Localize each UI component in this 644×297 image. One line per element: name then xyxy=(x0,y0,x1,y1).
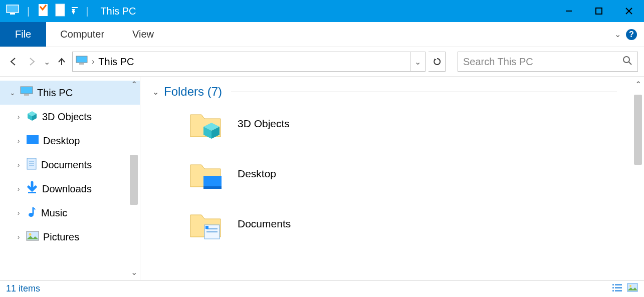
svg-rect-38 xyxy=(615,287,622,288)
folder-label: Documents xyxy=(238,218,291,230)
window-controls xyxy=(554,0,644,22)
tree-item-downloads[interactable]: › Downloads xyxy=(0,177,140,201)
recent-dropdown-icon[interactable]: ⌄ xyxy=(42,54,51,69)
scroll-up-icon[interactable]: ⌃ xyxy=(635,80,641,89)
svg-point-25 xyxy=(29,233,32,235)
pc-icon xyxy=(20,86,33,100)
svg-rect-39 xyxy=(612,290,614,291)
tree-item-label: Documents xyxy=(41,159,92,171)
scroll-down-icon[interactable]: ⌄ xyxy=(131,267,137,277)
titlebar: | ▾▾ | This PC xyxy=(0,0,644,22)
crumb-separator-icon[interactable]: › xyxy=(92,57,94,66)
svg-rect-22 xyxy=(28,192,36,193)
chevron-down-icon[interactable]: ⌄ xyxy=(152,87,159,97)
tree-item-label: Desktop xyxy=(43,135,80,147)
svg-point-10 xyxy=(623,57,629,63)
nav-row: ⌄ › This PC ⌄ xyxy=(0,47,644,76)
group-header-folders[interactable]: ⌄ Folders (7) xyxy=(152,85,632,99)
tree-item-3d-objects[interactable]: › 3D Objects xyxy=(0,105,140,129)
svg-rect-12 xyxy=(21,87,33,94)
svg-rect-8 xyxy=(76,56,87,63)
chevron-right-icon[interactable]: › xyxy=(15,113,22,121)
music-icon xyxy=(26,205,37,221)
svg-rect-3 xyxy=(56,4,65,16)
tree-item-label: Music xyxy=(41,207,67,219)
nav-tree: ⌄ This PC › 3D Objects › Desktop › Docum… xyxy=(0,77,140,280)
window-title: This PC xyxy=(96,6,136,17)
qat-dropdown-icon[interactable]: ▾▾ xyxy=(72,6,78,16)
folder-item-3d-objects[interactable]: 3D Objects xyxy=(152,99,632,149)
group-label: Folders (7) xyxy=(164,85,222,99)
folder-documents-icon xyxy=(187,206,224,242)
ribbon-collapse-icon[interactable]: ⌄ xyxy=(614,30,621,39)
pictures-icon xyxy=(26,231,39,243)
separator: | xyxy=(25,6,32,17)
svg-rect-1 xyxy=(10,13,15,15)
refresh-button[interactable] xyxy=(428,52,446,72)
scroll-thumb[interactable] xyxy=(634,95,642,165)
folder-desktop-icon xyxy=(187,156,224,192)
folder-item-desktop[interactable]: Desktop xyxy=(152,149,632,199)
desktop-icon xyxy=(26,135,39,147)
tree-scrollbar[interactable]: ⌃ ⌄ xyxy=(129,80,139,277)
svg-point-23 xyxy=(29,213,34,217)
tree-item-music[interactable]: › Music xyxy=(0,201,140,225)
tree-root-label: This PC xyxy=(37,87,73,99)
svg-rect-36 xyxy=(615,284,622,285)
svg-rect-37 xyxy=(612,287,614,288)
folder-item-documents[interactable]: Documents xyxy=(152,199,632,249)
maximize-button[interactable] xyxy=(584,0,614,22)
scroll-up-icon[interactable]: ⌃ xyxy=(131,80,137,89)
status-bar: 11 items xyxy=(0,280,644,297)
svg-rect-35 xyxy=(612,284,614,285)
chevron-right-icon[interactable]: › xyxy=(15,209,22,217)
forward-button[interactable] xyxy=(24,54,39,69)
svg-line-11 xyxy=(629,62,631,65)
tree-root-this-pc[interactable]: ⌄ This PC xyxy=(0,81,140,105)
file-tab[interactable]: File xyxy=(0,22,46,47)
ribbon: File Computer View ⌄ ? xyxy=(0,22,644,47)
chevron-right-icon[interactable]: › xyxy=(15,185,22,193)
chevron-right-icon[interactable]: › xyxy=(15,137,22,145)
content-pane: ⌄ Folders (7) 3D Objects Desktop Documen… xyxy=(140,77,644,280)
quick-access-toolbar: | ▾▾ | This PC xyxy=(0,3,136,19)
search-box[interactable] xyxy=(458,52,638,72)
close-button[interactable] xyxy=(614,0,644,22)
download-icon xyxy=(26,181,38,197)
chevron-down-icon[interactable]: ⌄ xyxy=(9,89,16,97)
search-input[interactable] xyxy=(463,56,622,68)
up-button[interactable] xyxy=(54,54,69,69)
thumbnails-view-icon[interactable] xyxy=(627,283,638,294)
scroll-thumb[interactable] xyxy=(130,155,138,205)
svg-rect-40 xyxy=(615,290,622,291)
content-scrollbar[interactable]: ⌃ xyxy=(633,80,643,277)
tree-item-label: Downloads xyxy=(42,183,92,195)
separator: | xyxy=(84,6,90,17)
breadcrumb[interactable]: This PC xyxy=(98,56,134,68)
svg-rect-13 xyxy=(24,94,29,96)
address-bar[interactable]: › This PC ⌄ xyxy=(72,52,425,72)
properties-icon[interactable] xyxy=(38,4,49,19)
address-dropdown-icon[interactable]: ⌄ xyxy=(410,52,425,71)
chevron-right-icon[interactable]: › xyxy=(15,233,22,241)
tree-item-desktop[interactable]: › Desktop xyxy=(0,129,140,153)
tree-item-documents[interactable]: › Documents xyxy=(0,153,140,177)
tree-item-label: 3D Objects xyxy=(42,111,92,123)
search-icon[interactable] xyxy=(622,56,632,68)
svg-rect-34 xyxy=(205,226,208,229)
svg-rect-5 xyxy=(596,8,602,14)
tree-item-pictures[interactable]: › Pictures xyxy=(0,225,140,249)
tab-computer[interactable]: Computer xyxy=(46,22,118,47)
document-icon xyxy=(26,157,37,173)
back-button[interactable] xyxy=(6,54,21,69)
svg-rect-30 xyxy=(203,186,222,189)
tree-item-label: Pictures xyxy=(43,231,79,243)
chevron-right-icon[interactable]: › xyxy=(15,161,22,169)
new-file-icon[interactable] xyxy=(55,3,66,19)
cube-icon xyxy=(26,110,38,124)
details-view-icon[interactable] xyxy=(612,283,623,294)
help-icon[interactable]: ? xyxy=(626,29,637,40)
tab-view[interactable]: View xyxy=(118,22,168,47)
minimize-button[interactable] xyxy=(554,0,584,22)
svg-rect-17 xyxy=(27,135,39,144)
